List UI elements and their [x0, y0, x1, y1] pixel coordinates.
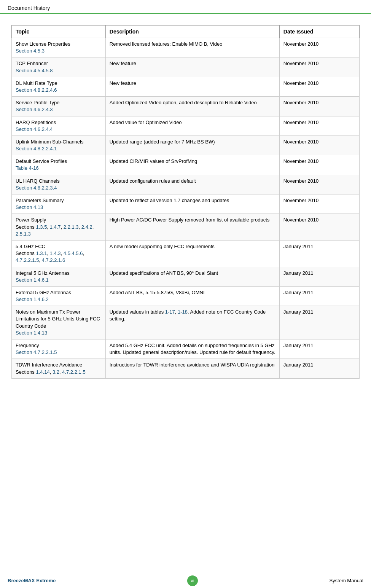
table-row: Default Service ProfilesTable 4-16Update…	[12, 155, 360, 175]
topic-link-item[interactable]: 2.5.1.3	[16, 231, 31, 237]
topic-link-item[interactable]: 1.3.1	[36, 250, 47, 256]
topic-link[interactable]: Section 4.5.3	[16, 48, 102, 54]
topic-link-item[interactable]: 1.4.7	[50, 224, 61, 230]
col-description: Description	[105, 25, 279, 38]
description-cell: New feature	[105, 77, 279, 96]
date-cell: November 2010	[279, 97, 359, 116]
topic-link-item[interactable]: 4.5.4.5.6	[64, 250, 83, 256]
table-row: TDWR Interference AvoidanceSections 1.4.…	[12, 359, 360, 378]
topic-cell: Notes on Maximum Tx Power Limitations fo…	[12, 306, 106, 339]
date-cell: January 2011	[279, 240, 359, 267]
table-row: Service Profile TypeSection 4.6.2.4.3Add…	[12, 97, 360, 116]
description-cell: Updated values in tables 1-17, 1-18. Add…	[105, 306, 279, 339]
topic-link[interactable]: Section 4.13	[16, 204, 102, 211]
topic-link[interactable]: Section 1.4.13	[16, 330, 102, 336]
topic-link[interactable]: Section 4.6.2.4.3	[16, 106, 102, 113]
table-row: TCP EnhancerSection 4.5.4.5.8New feature…	[12, 57, 360, 77]
table-row: FrequencySection 4.7.2.2.1.5Added 5.4 GH…	[12, 339, 360, 359]
topic-cell: TCP EnhancerSection 4.5.4.5.8	[12, 57, 106, 77]
date-cell: January 2011	[279, 339, 359, 359]
col-topic: Topic	[12, 25, 106, 38]
topic-main-text: Show License Properties	[16, 41, 102, 48]
description-cell: High Power AC/DC Power Supply removed fr…	[105, 214, 279, 241]
topic-link-item[interactable]: 3.2	[53, 369, 59, 375]
topic-main-text: Frequency	[16, 342, 102, 349]
date-cell: November 2010	[279, 175, 359, 194]
topic-main-text: Default Service Profiles	[16, 158, 102, 165]
topic-main-text: TDWR Interference Avoidance	[16, 362, 102, 368]
date-cell: November 2010	[279, 214, 359, 241]
topic-link[interactable]: Table 4-16	[16, 165, 102, 172]
topic-main-text: Parameters Summary	[16, 197, 102, 204]
topic-link[interactable]: Section 4.8.2.2.4.6	[16, 87, 102, 94]
topic-main-text: Service Profile Type	[16, 99, 102, 106]
topic-link-item[interactable]: 4.7.2.2.1.5	[62, 369, 85, 375]
topic-cell: External 5 GHz AntennasSection 1.4.6.2	[12, 286, 106, 306]
topic-link-item[interactable]: 1.3.5	[36, 224, 47, 230]
date-cell: November 2010	[279, 38, 359, 57]
date-cell: January 2011	[279, 359, 359, 378]
footer-brand: BreezeMAX Extreme	[8, 578, 56, 583]
table-row: Uplink Minimum Sub-ChannelsSection 4.8.2…	[12, 135, 360, 155]
desc-link[interactable]: 1-18	[178, 309, 188, 315]
topic-cell: Parameters SummarySection 4.13	[12, 194, 106, 214]
col-date: Date Issued	[279, 25, 359, 38]
topic-cell: Default Service ProfilesTable 4-16	[12, 155, 106, 175]
table-row: Show License PropertiesSection 4.5.3Remo…	[12, 38, 360, 57]
topic-links: 1.4.14, 3.2, 4.7.2.2.1.5	[36, 369, 85, 375]
topic-main-text: Integral 5 GHz Antennas	[16, 270, 102, 277]
date-cell: November 2010	[279, 57, 359, 77]
page-header-title: Document History	[8, 5, 50, 11]
topic-link[interactable]: Section 4.6.2.4.4	[16, 126, 102, 133]
date-cell: November 2010	[279, 116, 359, 135]
topic-cell: Power SupplySections 1.3.5, 1.4.7, 2.2.1…	[12, 214, 106, 241]
sections-label: Sections	[16, 369, 36, 375]
topic-cell: FrequencySection 4.7.2.2.1.5	[12, 339, 106, 359]
topic-cell: Show License PropertiesSection 4.5.3	[12, 38, 106, 57]
topic-link-item[interactable]: 2.4.2	[81, 224, 92, 230]
topic-link-item[interactable]: 1.4.14	[36, 369, 49, 375]
table-row: 5.4 GHz FCCSections 1.3.1, 1.4.3, 4.5.4.…	[12, 240, 360, 267]
description-cell: Removed licensed features: Enable MIMO B…	[105, 38, 279, 57]
topic-link[interactable]: Section 4.5.4.5.8	[16, 67, 102, 74]
date-cell: January 2011	[279, 267, 359, 286]
desc-link[interactable]: 1-17	[165, 309, 175, 315]
topic-cell: TDWR Interference AvoidanceSections 1.4.…	[12, 359, 106, 378]
topic-link[interactable]: Section 1.4.6.1	[16, 277, 102, 284]
description-cell: Updated CIR/MIR values of SrvProfMng	[105, 155, 279, 175]
topic-link-item[interactable]: 4.7.2.2.1.6	[42, 257, 65, 263]
description-cell: Added value for Optimized Video	[105, 116, 279, 135]
topic-link-wrapper: Sections 1.4.14, 3.2, 4.7.2.2.1.5	[16, 369, 86, 375]
description-cell: A new model supporting only FCC requirem…	[105, 240, 279, 267]
topic-cell: HARQ RepetitionsSection 4.6.2.4.4	[12, 116, 106, 135]
description-cell: Added 5.4 GHz FCC unit. Added details on…	[105, 339, 279, 359]
description-cell: Updated configuration rules and default	[105, 175, 279, 194]
topic-link-item[interactable]: 1.4.3	[50, 250, 61, 256]
table-row: HARQ RepetitionsSection 4.6.2.4.4Added v…	[12, 116, 360, 135]
page-footer: BreezeMAX Extreme vi System Manual	[0, 573, 371, 588]
description-cell: Updated specifications of ANT BS, 90° Du…	[105, 267, 279, 286]
description-cell: Instructions for TDWR interference avoid…	[105, 359, 279, 378]
description-cell: Added ANT BS, 5.15-5.875G, V8dBi, OMNI	[105, 286, 279, 306]
footer-manual: System Manual	[329, 578, 363, 583]
topic-link-item[interactable]: 4.7.2.2.1.5	[16, 257, 39, 263]
description-cell: Added Optimized Video option, added desc…	[105, 97, 279, 116]
description-cell: New feature	[105, 57, 279, 77]
sections-label: Sections	[16, 250, 36, 256]
table-row: DL Multi Rate TypeSection 4.8.2.2.4.6New…	[12, 77, 360, 96]
topic-link[interactable]: Section 4.8.2.2.3.4	[16, 185, 102, 191]
topic-main-text: UL HARQ Channels	[16, 178, 102, 185]
sections-label: Sections	[16, 224, 36, 230]
date-cell: November 2010	[279, 77, 359, 96]
topic-link[interactable]: Section 4.7.2.2.1.5	[16, 349, 102, 356]
topic-link-wrapper: Sections 1.3.1, 1.4.3, 4.5.4.5.6, 4.7.2.…	[16, 250, 84, 263]
date-cell: November 2010	[279, 135, 359, 155]
topic-cell: Integral 5 GHz AntennasSection 1.4.6.1	[12, 267, 106, 286]
page-header: Document History	[0, 0, 371, 14]
table-row: UL HARQ ChannelsSection 4.8.2.2.3.4Updat…	[12, 175, 360, 194]
topic-link-item[interactable]: 2.2.1.3	[64, 224, 79, 230]
table-row: Power SupplySections 1.3.5, 1.4.7, 2.2.1…	[12, 214, 360, 241]
topic-main-text: HARQ Repetitions	[16, 119, 102, 126]
topic-link[interactable]: Section 1.4.6.2	[16, 296, 102, 303]
topic-link[interactable]: Section 4.8.2.2.4.1	[16, 145, 102, 152]
